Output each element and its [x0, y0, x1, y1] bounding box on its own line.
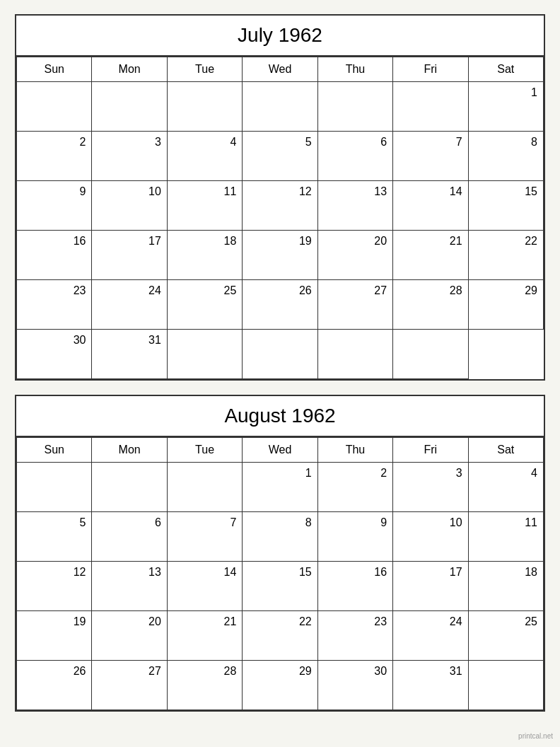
day-cell: 9	[17, 181, 92, 231]
calendar-grid-1: SunMonTueWedThuFriSat1234567891011121314…	[16, 437, 544, 710]
day-cell: 5	[17, 512, 92, 562]
day-header: Thu	[318, 438, 393, 463]
day-cell: 17	[393, 562, 468, 611]
day-cell: 18	[469, 562, 544, 611]
day-cell: 20	[92, 611, 167, 661]
day-cell: 12	[243, 181, 317, 231]
day-cell: 27	[318, 280, 393, 330]
day-cell: 7	[393, 132, 468, 181]
day-cell: 13	[92, 562, 167, 611]
day-cell: 30	[17, 330, 92, 379]
day-cell: 25	[168, 280, 243, 330]
empty-day-cell	[92, 82, 167, 132]
day-cell: 4	[168, 132, 243, 181]
empty-day-cell	[17, 463, 92, 512]
day-cell: 2	[318, 463, 393, 512]
day-cell: 1	[469, 82, 544, 132]
empty-day-cell	[17, 82, 92, 132]
day-cell: 21	[168, 611, 243, 661]
day-cell: 22	[469, 231, 544, 280]
day-cell: 1	[243, 463, 317, 512]
day-cell: 11	[168, 181, 243, 231]
day-cell: 22	[243, 611, 317, 661]
day-cell: 12	[17, 562, 92, 611]
day-cell: 13	[318, 181, 393, 231]
day-cell: 14	[393, 181, 468, 231]
empty-day-cell	[393, 330, 468, 379]
day-header: Mon	[92, 438, 167, 463]
day-cell: 4	[469, 463, 544, 512]
watermark: printcal.net	[518, 732, 553, 740]
empty-day-cell	[318, 82, 393, 132]
day-cell: 23	[318, 611, 393, 661]
day-header: Sat	[469, 438, 544, 463]
day-cell: 29	[243, 661, 317, 710]
day-cell: 21	[393, 231, 468, 280]
day-cell: 17	[92, 231, 167, 280]
day-cell: 29	[469, 280, 544, 330]
day-cell: 26	[17, 661, 92, 710]
day-header: Fri	[393, 438, 468, 463]
day-cell: 6	[92, 512, 167, 562]
day-header: Sun	[17, 438, 92, 463]
calendar-title-0: July 1962	[16, 16, 544, 57]
day-header: Wed	[243, 438, 317, 463]
day-cell: 3	[92, 132, 167, 181]
day-cell: 20	[318, 231, 393, 280]
day-cell: 19	[243, 231, 317, 280]
empty-day-cell	[243, 330, 317, 379]
day-cell: 16	[17, 231, 92, 280]
day-cell: 24	[393, 611, 468, 661]
day-header: Tue	[168, 57, 243, 82]
day-header: Tue	[168, 438, 243, 463]
empty-day-cell	[92, 463, 167, 512]
day-cell: 2	[17, 132, 92, 181]
day-cell: 30	[318, 661, 393, 710]
empty-day-cell	[168, 463, 243, 512]
day-header: Sat	[469, 57, 544, 82]
calendar-grid-0: SunMonTueWedThuFriSat1234567891011121314…	[16, 57, 544, 379]
day-cell: 28	[393, 280, 468, 330]
day-cell: 28	[168, 661, 243, 710]
day-cell: 9	[318, 512, 393, 562]
empty-day-cell	[469, 661, 544, 710]
day-cell: 16	[318, 562, 393, 611]
empty-day-cell	[168, 82, 243, 132]
day-header: Fri	[393, 57, 468, 82]
day-cell: 6	[318, 132, 393, 181]
day-cell: 3	[393, 463, 468, 512]
day-cell: 7	[168, 512, 243, 562]
day-cell: 27	[92, 661, 167, 710]
day-cell: 15	[469, 181, 544, 231]
day-cell: 8	[469, 132, 544, 181]
day-cell: 31	[92, 330, 167, 379]
calendar-title-1: August 1962	[16, 396, 544, 437]
calendar-0: July 1962SunMonTueWedThuFriSat1234567891…	[15, 14, 545, 381]
empty-day-cell	[243, 82, 317, 132]
empty-day-cell	[393, 82, 468, 132]
day-cell: 10	[92, 181, 167, 231]
calendar-1: August 1962SunMonTueWedThuFriSat12345678…	[15, 395, 545, 712]
day-cell: 19	[17, 611, 92, 661]
day-cell: 15	[243, 562, 317, 611]
day-cell: 25	[469, 611, 544, 661]
day-cell: 31	[393, 661, 468, 710]
day-cell: 14	[168, 562, 243, 611]
day-cell: 10	[393, 512, 468, 562]
empty-day-cell	[318, 330, 393, 379]
day-header: Thu	[318, 57, 393, 82]
day-cell: 24	[92, 280, 167, 330]
day-cell: 26	[243, 280, 317, 330]
day-cell: 8	[243, 512, 317, 562]
day-cell: 11	[469, 512, 544, 562]
day-cell: 23	[17, 280, 92, 330]
day-header: Sun	[17, 57, 92, 82]
day-header: Mon	[92, 57, 167, 82]
day-header: Wed	[243, 57, 317, 82]
day-cell: 18	[168, 231, 243, 280]
day-cell: 5	[243, 132, 317, 181]
empty-day-cell	[168, 330, 243, 379]
